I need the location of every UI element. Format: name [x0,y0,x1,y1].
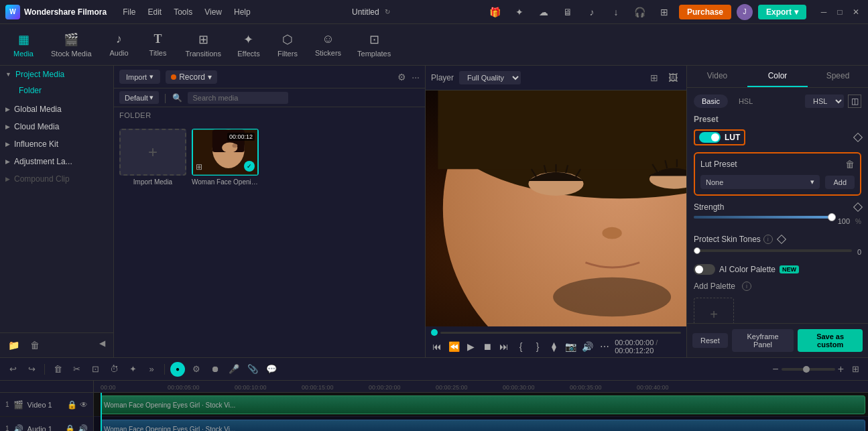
toolbar-templates[interactable]: ⊡ Templates [351,28,397,62]
reset-button[interactable]: Reset [692,333,728,348]
toolbar-filters[interactable]: ⬡ Filters [269,28,306,62]
backup-icon[interactable]: ☁ [534,3,553,21]
zoom-thumb[interactable] [803,366,810,373]
toolbar-stickers[interactable]: ☺ Stickers [308,28,348,61]
player-progress-bar[interactable] [431,329,681,336]
gift-icon[interactable]: 🎁 [486,3,505,21]
download-icon[interactable]: ↓ [607,3,625,21]
tl-speed-button[interactable]: ⏱ [107,362,121,377]
sub-tab-hsl[interactable]: HSL [731,95,761,108]
snapshot-button[interactable]: 📷 [564,338,577,355]
track-eye-icon[interactable]: 👁 [80,400,88,410]
tl-redo-button[interactable]: ↪ [24,362,39,377]
sidebar-item-adjustment[interactable]: ▶ Adjustment La... [0,153,113,170]
tl-undo-button[interactable]: ↩ [5,362,20,377]
tl-record-button[interactable]: ⏺ [208,362,223,377]
tab-video[interactable]: Video [687,66,747,87]
import-media-thumb[interactable]: + [119,129,186,176]
minimize-button[interactable]: ─ [817,5,830,19]
media-file-item[interactable]: 00:00:12 ⊞ ✓ Woman Face Opening... [192,129,259,186]
toolbar-titles[interactable]: T Titles [140,28,176,61]
export-button[interactable]: Export ▾ [758,5,806,19]
import-button[interactable]: Import ▾ [119,70,160,84]
add-marker-button[interactable]: ⧫ [548,338,560,355]
music-icon[interactable]: ♪ [582,3,601,21]
toolbar-transitions[interactable]: ⊞ Transitions [179,28,228,62]
stop-button[interactable]: ⏹ [481,338,494,355]
sidebar-item-project-media[interactable]: ▼ Project Media [0,66,113,83]
audio-button[interactable]: 🔊 [581,338,594,355]
lut-preset-select[interactable]: None ▾ [700,175,820,189]
player-playhead[interactable] [431,329,438,336]
ai-icon[interactable]: ✦ [510,3,529,21]
tl-crop-button[interactable]: ⊡ [88,362,103,377]
remove-folder-icon[interactable]: 🗑 [27,337,43,353]
import-media-item[interactable]: + Import Media [119,129,186,186]
tl-ai-button[interactable]: ✦ [125,362,140,377]
strength-slider[interactable] [694,216,832,219]
keyframe-panel-button[interactable]: Keyframe Panel [732,329,794,352]
media-search-input[interactable] [188,92,288,104]
toolbar-stock-media[interactable]: 🎬 Stock Media [44,28,99,62]
sidebar-item-compound[interactable]: ▶ Compound Clip [0,170,113,188]
collapse-panel-icon[interactable]: ◀ [96,337,108,349]
skip-back-button[interactable]: ⏮ [431,338,444,355]
default-view-button[interactable]: Default ▾ [119,91,159,104]
ai-color-toggle[interactable] [694,264,715,275]
zoom-out-button[interactable]: − [772,363,778,375]
toolbar-media[interactable]: ▦ Media [5,28,42,62]
audio-clip-1[interactable]: Woman Face Opening Eyes Girl · Stock Vi.… [101,420,865,431]
avatar[interactable]: J [737,4,753,20]
tl-more-button[interactable]: » [144,362,159,377]
tl-delete-button[interactable]: 🗑 [50,362,65,377]
sidebar-item-cloud-media[interactable]: ▶ Cloud Media [0,118,113,135]
menu-tools[interactable]: Tools [168,5,198,19]
folder-item[interactable]: Folder [13,83,113,98]
hsl-dropdown[interactable]: HSL [805,95,844,108]
toolbar-effects[interactable]: ✦ Effects [231,28,267,62]
protect-skin-thumb[interactable] [694,247,700,254]
menu-file[interactable]: File [117,5,141,19]
progress-track[interactable] [440,332,681,334]
protect-skin-info-icon[interactable]: i [763,235,773,244]
trash-icon[interactable]: 🗑 [845,159,855,170]
tl-voice-button[interactable]: 🎤 [227,362,241,377]
filter-icon[interactable]: ⚙ [397,72,406,82]
skip-forward-button[interactable]: ⏭ [498,338,511,355]
headphones-icon[interactable]: 🎧 [631,3,649,21]
tl-settings-button[interactable]: ⚙ [189,362,204,377]
zoom-track[interactable] [782,368,835,371]
protect-skin-slider[interactable] [694,249,852,252]
grid-icon[interactable]: ⊞ [655,3,674,21]
menu-edit[interactable]: Edit [142,5,167,19]
add-lut-button[interactable]: Add [825,176,855,189]
menu-help[interactable]: Help [229,5,256,19]
toolbar-audio[interactable]: ♪ Audio [101,28,137,61]
sub-tab-basic[interactable]: Basic [694,95,728,108]
audio-track-lock-icon[interactable]: 🔒 [65,424,75,432]
sidebar-item-influence-kit[interactable]: ▶ Influence Kit [0,135,113,153]
tl-clip-button[interactable]: 📎 [245,362,260,377]
lut-toggle[interactable] [699,132,721,143]
palette-add-button[interactable]: + [694,298,734,323]
photo-view-button[interactable]: 🖼 [665,70,681,86]
tab-speed[interactable]: Speed [808,66,868,87]
video-clip-1[interactable]: Woman Face Opening Eyes Girl · Stock Vi.… [101,395,865,414]
menu-view[interactable]: View [199,5,227,19]
tab-color[interactable]: Color [747,66,808,87]
play-button[interactable]: ▶ [464,338,477,355]
more-icon[interactable]: ··· [412,72,420,82]
tl-split-button[interactable]: ✂ [69,362,84,377]
screen-icon[interactable]: 🖥 [558,3,577,21]
tl-text-button[interactable]: 💬 [264,362,279,377]
save-as-custom-button[interactable]: Save as custom [798,329,863,352]
more-button[interactable]: ⋯ [598,338,611,355]
purchase-button[interactable]: Purchase [679,5,731,19]
add-folder-icon[interactable]: 📁 [5,337,21,353]
trim-out-button[interactable]: } [532,338,544,355]
tl-grid-toggle[interactable]: ⊞ [848,362,863,377]
record-button[interactable]: Record ▾ [166,70,217,84]
palette-info-icon[interactable]: i [742,282,751,291]
grid-view-button[interactable]: ⊞ [646,70,662,86]
maximize-button[interactable]: □ [833,5,847,19]
